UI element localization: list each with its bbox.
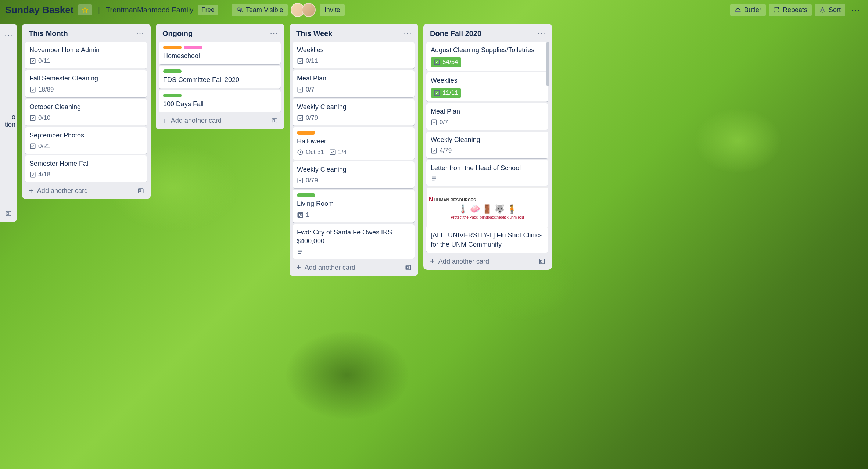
card[interactable]: Fall Semester Cleaning 18/89 (25, 70, 147, 97)
svg-rect-12 (139, 190, 141, 192)
card-title: Halloween (297, 137, 410, 146)
trello-board-icon (297, 212, 304, 218)
card[interactable]: Meal Plan 0/7 (293, 70, 415, 97)
add-card-button[interactable]: +Add another card (426, 254, 549, 267)
list-menu-button[interactable]: ⋯ (270, 29, 278, 38)
team-icon (236, 7, 243, 13)
scrollbar[interactable] (546, 42, 549, 86)
list-this-month: This Month ⋯ November Home Admin 0/11 Fa… (22, 24, 151, 199)
list-title[interactable]: Done Fall 2020 (430, 29, 481, 38)
card[interactable]: 100 Days Fall (159, 90, 281, 112)
card[interactable]: Weeklies 0/11 (293, 42, 415, 69)
star-board-button[interactable] (78, 4, 92, 15)
template-icon[interactable] (405, 264, 412, 271)
list-menu-button[interactable]: ⋯ (136, 29, 144, 38)
list-title[interactable]: Ongoing (162, 29, 193, 38)
card-title: Meal Plan (431, 107, 544, 116)
card[interactable]: Halloween Oct 31 1/4 (293, 127, 415, 160)
checklist-icon (431, 119, 437, 126)
sort-button[interactable]: Sort (815, 4, 845, 16)
svg-rect-5 (7, 212, 9, 215)
checklist-icon (297, 58, 304, 64)
header-right: Butler Repeats Sort ⋯ (730, 3, 863, 17)
label-orange[interactable] (297, 131, 315, 135)
template-icon[interactable] (271, 118, 278, 124)
card-title: September Photos (29, 131, 143, 140)
svg-rect-10 (30, 172, 35, 178)
label-orange[interactable] (163, 46, 182, 49)
add-card-button[interactable]: +Add another card (293, 261, 415, 273)
checklist-icon (29, 86, 36, 93)
svg-rect-30 (434, 90, 440, 96)
list-menu-button[interactable]: ⋯ (537, 29, 545, 38)
card[interactable]: Weekly Cleaning 0/79 (293, 161, 415, 188)
card[interactable]: Semester Home Fall 4/18 (25, 155, 147, 182)
label-pink[interactable] (184, 46, 202, 49)
card-cover-image: N HUMAN RESOURCES 🌡️ 🧼 🚪 🐺 🧍 Protect the… (426, 187, 548, 228)
peek-text: o tion (0, 113, 17, 129)
list-menu-icon[interactable]: ⋯ (4, 30, 12, 40)
list-menu-button[interactable]: ⋯ (403, 29, 412, 38)
card[interactable]: Fwd: City of Santa Fe Owes IRS $400,000 (293, 224, 415, 259)
butler-icon (735, 7, 741, 13)
card[interactable]: Weeklies 11/11 (426, 72, 548, 101)
member-avatars[interactable] (294, 3, 316, 17)
team-name[interactable]: TrentmanMahmood Family (106, 6, 193, 14)
template-icon[interactable] (5, 210, 12, 217)
add-card-button[interactable]: +Add another card (159, 114, 281, 126)
svg-rect-23 (301, 213, 302, 215)
label-green[interactable] (297, 193, 315, 197)
checklist-icon (431, 147, 437, 154)
add-card-button[interactable]: +Add another card (25, 184, 148, 196)
checklist-icon (434, 90, 440, 96)
board-name[interactable]: Sunday Basket (5, 4, 73, 16)
checklist-icon (297, 86, 304, 93)
svg-rect-31 (431, 120, 437, 125)
repeats-button[interactable]: Repeats (769, 4, 812, 16)
list-title[interactable]: This Week (296, 29, 333, 38)
svg-rect-9 (30, 144, 35, 149)
card-title: October Cleaning (29, 103, 143, 111)
butler-button[interactable]: Butler (730, 4, 766, 16)
card[interactable]: Weekly Cleaning 4/79 (426, 132, 548, 158)
card[interactable]: Weekly Cleaning 0/79 (293, 99, 415, 126)
description-icon (297, 248, 304, 255)
card[interactable]: September Photos 0/21 (25, 127, 147, 154)
invite-button[interactable]: Invite (320, 4, 345, 16)
card[interactable]: August Cleaning Supplies/Toiletries 54/5… (426, 42, 548, 71)
visibility-button[interactable]: Team Visible (232, 4, 288, 16)
card[interactable]: Meal Plan 0/7 (426, 103, 548, 130)
board-menu-button[interactable]: ⋯ (848, 3, 863, 17)
checklist-icon (29, 115, 36, 121)
checklist-badge: 0/7 (297, 86, 315, 93)
card[interactable]: Living Room 1 (293, 190, 415, 222)
template-icon[interactable] (137, 187, 144, 194)
list-title[interactable]: This Month (29, 29, 68, 38)
label-green[interactable] (163, 69, 182, 73)
svg-rect-6 (30, 59, 35, 64)
card[interactable]: N HUMAN RESOURCES 🌡️ 🧼 🚪 🐺 🧍 Protect the… (426, 187, 548, 253)
checklist-badge: 4/79 (431, 147, 452, 154)
checklist-icon (29, 143, 36, 150)
checklist-badge: 0/10 (29, 114, 50, 122)
list-done-fall-2020: Done Fall 2020 ⋯ August Cleaning Supplie… (423, 24, 552, 270)
svg-rect-17 (298, 115, 303, 121)
avatar[interactable] (302, 3, 316, 17)
clock-icon (297, 149, 304, 155)
board-canvas[interactable]: ⋯ o tion This Month ⋯ November Home Admi… (0, 20, 868, 466)
template-icon[interactable] (539, 258, 545, 265)
card-title: FDS Committee Fall 2020 (163, 75, 276, 84)
checklist-badge-complete: 54/54 (431, 57, 461, 67)
card[interactable]: November Home Admin 0/11 (25, 42, 147, 69)
label-green[interactable] (163, 94, 182, 97)
trello-attachment-badge: 1 (297, 211, 309, 219)
list-peek-left[interactable]: ⋯ o tion (0, 24, 17, 222)
due-date-badge: Oct 31 (297, 148, 324, 156)
svg-rect-15 (298, 59, 303, 64)
plan-badge[interactable]: Free (198, 5, 218, 15)
card[interactable]: Homeschool (159, 42, 281, 64)
svg-rect-28 (407, 266, 409, 269)
card[interactable]: FDS Committee Fall 2020 (159, 66, 281, 88)
card[interactable]: October Cleaning 0/10 (25, 99, 147, 126)
card[interactable]: Letter from the Head of School (426, 160, 548, 186)
